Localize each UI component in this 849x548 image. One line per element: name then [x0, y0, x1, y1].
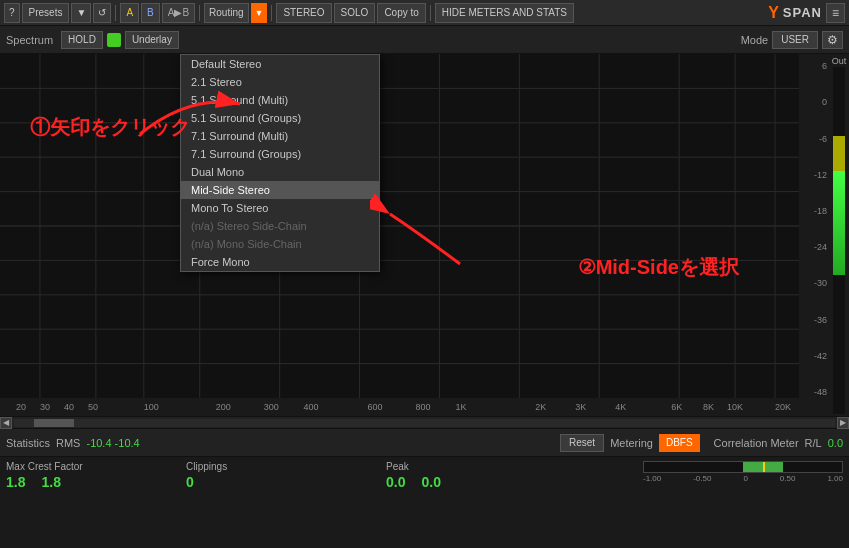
- correlation-axis: -1.00 -0.50 0 0.50 1.00: [643, 474, 843, 483]
- freq-label: 2K: [535, 402, 546, 412]
- dropdown-item[interactable]: 5.1 Surround (Groups): [181, 109, 379, 127]
- reset-button[interactable]: Reset: [560, 434, 604, 452]
- active-indicator: [107, 33, 121, 47]
- dropdown-item[interactable]: 2.1 Stereo: [181, 73, 379, 91]
- dropdown-arrow-presets[interactable]: ▼: [71, 3, 91, 23]
- meter-green-segment: [833, 171, 845, 275]
- hide-meters-button[interactable]: HIDE METERS AND STATS: [435, 3, 574, 23]
- b-button[interactable]: B: [141, 3, 160, 23]
- dropdown-item[interactable]: Force Mono: [181, 253, 379, 271]
- db-scale-label: 0: [822, 97, 827, 107]
- routing-dropdown-arrow[interactable]: ▼: [251, 3, 268, 23]
- correlation-meter-display: -1.00 -0.50 0 0.50 1.00: [643, 461, 843, 483]
- max-crest-label: Max Crest Factor: [6, 461, 83, 472]
- scrollbar-area[interactable]: ◀ ▶: [0, 416, 849, 428]
- meter-out-label: Out: [832, 56, 847, 66]
- scroll-left-arrow[interactable]: ◀: [0, 417, 12, 429]
- freq-label: 800: [415, 402, 430, 412]
- freq-label: 40: [64, 402, 74, 412]
- dropdown-item[interactable]: Mono To Stereo: [181, 199, 379, 217]
- meter-area: Out: [829, 54, 849, 416]
- rl-label: R/L: [805, 437, 822, 449]
- spectrum-toolbar: Spectrum HOLD Underlay Mode USER ⚙: [0, 26, 849, 54]
- dropdown-item[interactable]: 5.1 Surround (Multi): [181, 91, 379, 109]
- db-scale: 60-6-12-18-24-30-36-42-48: [799, 54, 829, 416]
- corr-axis-minus1: -1.00: [643, 474, 661, 483]
- hold-button[interactable]: HOLD: [61, 31, 103, 49]
- db-scale-label: -30: [814, 278, 827, 288]
- user-mode-button[interactable]: USER: [772, 31, 818, 49]
- scroll-track[interactable]: [14, 419, 835, 427]
- freq-label: 4K: [615, 402, 626, 412]
- dropdown-item[interactable]: 7.1 Surround (Multi): [181, 127, 379, 145]
- copy-to-button[interactable]: Copy to: [377, 3, 425, 23]
- scroll-thumb[interactable]: [34, 419, 74, 427]
- db-scale-label: 6: [822, 61, 827, 71]
- question-button[interactable]: ?: [4, 3, 20, 23]
- stats-bar: Statistics RMS -10.4 -10.4 Reset Meterin…: [0, 428, 849, 456]
- correlation-meter-label: Correlation Meter: [714, 437, 799, 449]
- correlation-marker: [763, 462, 765, 472]
- freq-label: 8K: [703, 402, 714, 412]
- metering-label: Metering: [610, 437, 653, 449]
- freq-label: 6K: [671, 402, 682, 412]
- max-crest-col: Max Crest Factor 1.8 1.8: [6, 461, 126, 490]
- logo-y: Y: [768, 4, 779, 22]
- frequency-labels: 203040501002003004006008001K2K3K4K6K8K10…: [0, 398, 799, 416]
- statistics-label: Statistics: [6, 437, 50, 449]
- ab-copy-button[interactable]: A▶B: [162, 3, 195, 23]
- clippings-value: 0: [186, 474, 194, 490]
- underlay-button[interactable]: Underlay: [125, 31, 179, 49]
- peak-label: Peak: [386, 461, 409, 472]
- freq-label: 200: [216, 402, 231, 412]
- mode-label: Mode: [741, 34, 769, 46]
- db-scale-label: -42: [814, 351, 827, 361]
- presets-button[interactable]: Presets: [22, 3, 70, 23]
- correlation-bar: [643, 461, 843, 473]
- stereo-button[interactable]: STEREO: [276, 3, 331, 23]
- hamburger-menu[interactable]: ≡: [826, 3, 845, 23]
- db-scale-label: -18: [814, 206, 827, 216]
- rms-label: RMS: [56, 437, 80, 449]
- freq-label: 100: [144, 402, 159, 412]
- freq-label: 400: [304, 402, 319, 412]
- routing-button[interactable]: Routing: [204, 3, 248, 23]
- dropdown-item[interactable]: Dual Mono: [181, 163, 379, 181]
- dropdown-item: (n/a) Mono Side-Chain: [181, 235, 379, 253]
- freq-label: 3K: [575, 402, 586, 412]
- a-button[interactable]: A: [120, 3, 139, 23]
- undo-button[interactable]: ↺: [93, 3, 111, 23]
- corr-axis-zero: 0: [743, 474, 747, 483]
- db-scale-label: -6: [819, 134, 827, 144]
- rms-value: -10.4 -10.4: [86, 437, 139, 449]
- dropdown-item[interactable]: Default Stereo: [181, 55, 379, 73]
- routing-label: Routing: [209, 7, 243, 18]
- separator3: [271, 5, 272, 21]
- solo-button[interactable]: SOLO: [334, 3, 376, 23]
- dbfs-button[interactable]: DBFS: [659, 434, 700, 452]
- logo-area: Y SPAN ≡: [768, 3, 845, 23]
- rl-value: 0.0: [828, 437, 843, 449]
- freq-label: 10K: [727, 402, 743, 412]
- dropdown-item[interactable]: 7.1 Surround (Groups): [181, 145, 379, 163]
- scroll-right-arrow[interactable]: ▶: [837, 417, 849, 429]
- gear-button[interactable]: ⚙: [822, 31, 843, 49]
- corr-axis-plus05: 0.50: [780, 474, 796, 483]
- db-scale-label: -36: [814, 315, 827, 325]
- dropdown-item: (n/a) Stereo Side-Chain: [181, 217, 379, 235]
- peak-value2: 0.0: [421, 474, 440, 490]
- freq-label: 1K: [455, 402, 466, 412]
- corr-axis-plus1: 1.00: [827, 474, 843, 483]
- separator: [115, 5, 116, 21]
- max-crest-value1: 1.8: [6, 474, 25, 490]
- spectrum-area[interactable]: Default Stereo2.1 Stereo5.1 Surround (Mu…: [0, 54, 799, 416]
- main-toolbar: ? Presets ▼ ↺ A B A▶B Routing ▼ STEREO S…: [0, 0, 849, 26]
- spectrum-label: Spectrum: [6, 34, 53, 46]
- routing-dropdown[interactable]: Default Stereo2.1 Stereo5.1 Surround (Mu…: [180, 54, 380, 272]
- meter-bar: [833, 67, 845, 414]
- dropdown-item[interactable]: Mid-Side Stereo: [181, 181, 379, 199]
- spectrum-grid: [0, 54, 799, 398]
- db-scale-label: -12: [814, 170, 827, 180]
- details-bar: Max Crest Factor 1.8 1.8 Clippings 0 Pea…: [0, 456, 849, 508]
- freq-label: 20K: [775, 402, 791, 412]
